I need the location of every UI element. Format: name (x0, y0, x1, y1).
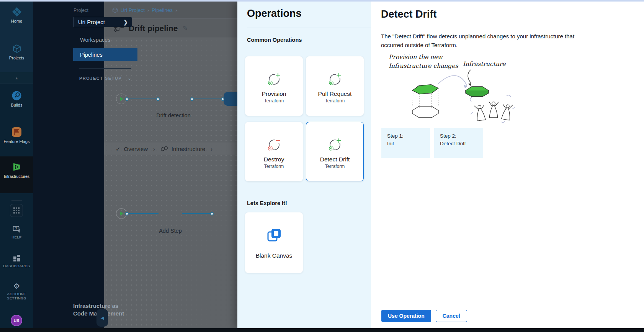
provision-hexagon-stack (412, 84, 439, 118)
illustration-caption-left-2: Infrastructure changes (389, 62, 458, 69)
rail-divider (11, 200, 22, 201)
project-sidebar: Project Uri Project ❯ Workspaces Pipelin… (33, 2, 104, 328)
stage1-label: Drift detection (145, 112, 201, 118)
project-section-label: Project (74, 8, 88, 13)
illustration-caption-right: Infrastructure (463, 61, 506, 67)
play-icon (120, 212, 124, 215)
curvy-arrow (438, 76, 467, 86)
connector-line (194, 99, 221, 99)
blank-canvas-card[interactable]: Blank Canvas (245, 212, 303, 273)
step-2-box: Step 2: Detect Drift (434, 128, 483, 158)
common-operations-heading: Common Operations (247, 37, 302, 43)
drawer-divider (247, 28, 371, 28)
operation-card-pull-request[interactable]: Pull Request Terraform (306, 56, 364, 116)
module-nav-rail: Home Projects ▲ Builds Feature Flags (0, 2, 33, 328)
sidebar-item-dashboards[interactable]: DASHBOARDS (0, 255, 33, 268)
operation-card-provision[interactable]: Provision Terraform (245, 56, 303, 116)
edit-pencil-icon[interactable]: ✎ (182, 24, 188, 32)
step-1-box: Step 1: Init (381, 128, 430, 158)
module-switcher-button[interactable] (10, 204, 23, 217)
detect-drift-illustration: Provision the new Infrastructure changes… (380, 50, 522, 127)
tab-overview[interactable]: ✓ Overview (116, 146, 148, 153)
rail-collapse-toggle[interactable]: ▲ (0, 72, 33, 84)
home-icon (12, 7, 22, 17)
hexagons-icon (160, 146, 168, 152)
projects-icon (12, 44, 22, 54)
chevron-right-icon: ❯ (123, 19, 128, 25)
page-title: Drift pipeline (129, 24, 178, 33)
use-operation-button[interactable]: Use Operation (381, 310, 431, 322)
drawer-title: Operations (247, 8, 302, 20)
pipeline-canvas[interactable]: </> Drift detection ✓ Overview › Infrast… (104, 38, 237, 328)
tab-infrastructure[interactable]: Infrastructure (160, 146, 205, 152)
connector-dot (156, 97, 160, 101)
sidebar-item-help[interactable]: ? HELP (0, 226, 33, 239)
infrastructure-hexagon (466, 87, 489, 97)
breadcrumb: Uri Project › Pipelines › (104, 2, 237, 18)
svg-text:?: ? (15, 227, 17, 230)
window-top-edge (0, 0, 644, 2)
play-icon (120, 97, 124, 101)
operation-card-detect-drift[interactable]: Detect Drift Terraform (306, 122, 364, 181)
sidebar-collapse-button[interactable]: ◀ (96, 309, 108, 327)
connector-line (129, 213, 159, 214)
connector-dot (190, 97, 194, 101)
stage2-node-partial[interactable] (224, 92, 237, 106)
chevron-down-icon: ⌄ (127, 76, 131, 81)
detect-drift-detail-panel: Detect Drift The "Detect Drift" flow det… (371, 2, 644, 328)
connector-line (129, 99, 156, 99)
down-arrow (468, 70, 471, 83)
grid-icon (13, 207, 20, 214)
operations-drawer: Operations Common Operations Provision T… (237, 2, 371, 328)
sidebar-item-home[interactable]: Home (0, 7, 33, 24)
connector-dot (210, 212, 214, 215)
stage-tab-bar: ✓ Overview › Infrastructure › (104, 143, 237, 155)
sidebar-item-workspaces[interactable]: Workspaces (73, 33, 137, 46)
window-bottom-edge (0, 328, 644, 332)
breadcrumb-pipelines-link[interactable]: Pipelines (152, 7, 173, 13)
sidebar-divider (79, 68, 131, 69)
sidebar-item-projects[interactable]: Projects (0, 44, 33, 61)
cancel-button[interactable]: Cancel (436, 310, 467, 322)
breadcrumb-project-link[interactable]: Uri Project (121, 7, 145, 13)
connector-dot (125, 212, 129, 215)
blank-canvas-icon (265, 227, 283, 244)
detail-title: Detect Drift (381, 8, 437, 20)
dashboards-icon (13, 255, 20, 262)
down-arrow-head (468, 83, 471, 86)
sidebar-item-builds[interactable]: Builds (0, 90, 33, 108)
detect-drift-terraform-icon (326, 136, 344, 154)
operation-card-grid: Provision Terraform Pull Request Terrafo… (245, 56, 364, 181)
feature-flags-icon (11, 127, 22, 137)
project-selector[interactable]: Uri Project ❯ (73, 17, 132, 27)
project-setup-toggle[interactable]: PROJECT SETUP ⌄ (79, 76, 131, 81)
celebrating-figures (470, 95, 515, 122)
sidebar-item-pipelines[interactable]: Pipelines (73, 48, 137, 61)
destroy-terraform-icon (265, 136, 283, 154)
check-icon: ✓ (116, 146, 121, 153)
user-avatar[interactable]: US (11, 315, 22, 326)
project-cube-icon (112, 7, 118, 13)
chevron-right-icon: › (153, 146, 155, 152)
chevron-right-icon: › (211, 146, 212, 152)
connector-line (182, 213, 210, 214)
help-icon: ? (13, 226, 21, 233)
operation-card-destroy[interactable]: Destroy Terraform (245, 122, 303, 181)
sidebar-item-feature-flags[interactable]: Feature Flags (0, 127, 33, 144)
detail-description: The "Detect Drift" flow detects unplanne… (381, 32, 582, 49)
infrastructures-icon (11, 162, 22, 172)
provision-terraform-icon (265, 71, 283, 89)
detail-actions: Use Operation Cancel (381, 310, 467, 322)
gear-icon: ⚙ (13, 283, 20, 290)
pull-request-terraform-icon (326, 71, 344, 89)
sidebar-item-account-settings[interactable]: ⚙ ACCOUNT SETTINGS (0, 283, 33, 301)
connector-dot (125, 97, 129, 101)
builds-icon (11, 90, 22, 101)
explore-heading: Lets Explore It! (247, 200, 287, 206)
illustration-caption-left-1: Provision the new (389, 54, 444, 61)
add-step-label: Add Step (153, 228, 188, 234)
sidebar-item-infrastructures[interactable]: Infrastructures (0, 162, 33, 179)
